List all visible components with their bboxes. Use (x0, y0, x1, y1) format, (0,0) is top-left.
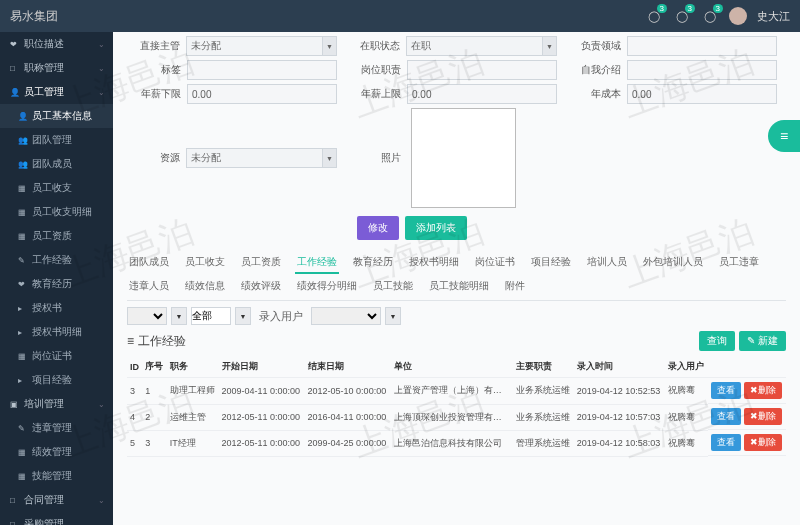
tab-岗位证书[interactable]: 岗位证书 (473, 252, 517, 274)
tab-绩效得分明细[interactable]: 绩效得分明细 (295, 276, 359, 296)
sidebar-item-14[interactable]: ▸项目经验 (0, 368, 113, 392)
chevron-down-icon[interactable]: ▼ (385, 307, 401, 325)
field-label: 照片 (347, 151, 401, 165)
form-group-照片: 照片 (347, 108, 516, 208)
sidebar-item-0[interactable]: ❤职位描述⌄ (0, 32, 113, 56)
notify-icon-2[interactable]: ◯3 (673, 7, 691, 25)
sidebar-label: 员工收支 (32, 181, 72, 195)
tab-附件[interactable]: 附件 (503, 276, 527, 296)
filter-select-1[interactable] (127, 307, 167, 325)
chevron-icon: ⌄ (98, 496, 105, 505)
tab-绩效信息[interactable]: 绩效信息 (183, 276, 227, 296)
chevron-down-icon[interactable]: ▼ (323, 36, 337, 56)
sidebar-icon: ▸ (18, 376, 28, 385)
photo-upload[interactable] (411, 108, 516, 208)
chevron-down-icon[interactable]: ▼ (543, 36, 557, 56)
sidebar-item-1[interactable]: □职称管理⌄ (0, 56, 113, 80)
sidebar-item-6[interactable]: ▦员工收支 (0, 176, 113, 200)
tab-员工资质[interactable]: 员工资质 (239, 252, 283, 274)
tab-培训人员[interactable]: 培训人员 (585, 252, 629, 274)
notify-icon-3[interactable]: ◯3 (701, 7, 719, 25)
modify-button[interactable]: 修改 (357, 216, 399, 240)
sidebar-item-17[interactable]: ▦绩效管理 (0, 440, 113, 464)
chevron-down-icon[interactable]: ▼ (171, 307, 187, 325)
sidebar-item-4[interactable]: 👥团队管理 (0, 128, 113, 152)
view-button[interactable]: 查看 (711, 408, 741, 425)
tab-教育经历[interactable]: 教育经历 (351, 252, 395, 274)
cell-start: 2009-04-11 0:00:00 (219, 378, 305, 405)
form-group-自我介绍: 自我介绍 (567, 60, 777, 80)
field-input[interactable] (187, 60, 337, 80)
tab-员工违章[interactable]: 员工违章 (717, 252, 761, 274)
cell-job: IT经理 (167, 430, 219, 456)
sidebar-item-13[interactable]: ▦岗位证书 (0, 344, 113, 368)
sidebar-item-3[interactable]: 👤员工基本信息 (0, 104, 113, 128)
delete-button[interactable]: ✖删除 (744, 408, 782, 425)
sidebar-item-15[interactable]: ▣培训管理⌄ (0, 392, 113, 416)
chevron-down-icon[interactable]: ▼ (235, 307, 251, 325)
sidebar-item-18[interactable]: ▦技能管理 (0, 464, 113, 488)
col-header: 单位 (391, 356, 513, 378)
field-input[interactable] (627, 36, 777, 56)
col-header: 录入用户 (665, 356, 708, 378)
tab-绩效评级[interactable]: 绩效评级 (239, 276, 283, 296)
topbar: 易水集团 ◯3 ◯3 ◯3 史大江 (0, 0, 800, 32)
tab-团队成员[interactable]: 团队成员 (127, 252, 171, 274)
notify-icon-1[interactable]: ◯3 (645, 7, 663, 25)
tab-授权书明细[interactable]: 授权书明细 (407, 252, 461, 274)
field-input[interactable] (186, 36, 323, 56)
delete-button[interactable]: ✖删除 (744, 382, 782, 399)
cell-user: 祝腾骞 (665, 378, 708, 405)
field-input[interactable] (407, 60, 557, 80)
sidebar-icon: 👤 (10, 88, 20, 97)
tab-违章人员[interactable]: 违章人员 (127, 276, 171, 296)
filter-input-1[interactable] (191, 307, 231, 325)
sidebar-icon: ✎ (18, 256, 28, 265)
field-input[interactable] (406, 36, 543, 56)
tab-外包培训人员[interactable]: 外包培训人员 (641, 252, 705, 274)
delete-button[interactable]: ✖删除 (744, 434, 782, 451)
field-label: 资源 (127, 151, 180, 165)
sidebar-item-2[interactable]: 👤员工管理⌄ (0, 80, 113, 104)
user-name[interactable]: 史大江 (757, 9, 790, 24)
tab-员工技能[interactable]: 员工技能 (371, 276, 415, 296)
cell-job: 运维主管 (167, 404, 219, 430)
sidebar-item-20[interactable]: □采购管理⌄ (0, 512, 113, 525)
sidebar-item-16[interactable]: ✎违章管理 (0, 416, 113, 440)
sidebar-item-9[interactable]: ✎工作经验 (0, 248, 113, 272)
fab-menu-icon[interactable]: ≡ (768, 120, 800, 152)
sidebar-item-12[interactable]: ▸授权书明细 (0, 320, 113, 344)
sidebar-icon: ▦ (18, 208, 28, 217)
view-button[interactable]: 查看 (711, 434, 741, 451)
tab-员工收支[interactable]: 员工收支 (183, 252, 227, 274)
field-input[interactable] (186, 148, 323, 168)
filter-select-2[interactable] (311, 307, 381, 325)
sidebar-item-5[interactable]: 👥团队成员 (0, 152, 113, 176)
field-input[interactable] (407, 84, 557, 104)
filter-row: ▼ ▼ 录入用户 ▼ (127, 307, 786, 325)
tab-项目经验[interactable]: 项目经验 (529, 252, 573, 274)
chevron-down-icon[interactable]: ▼ (323, 148, 337, 168)
chevron-icon: ⌄ (98, 88, 105, 97)
cell-unit: 上海邑泊信息科技有限公司 (391, 430, 513, 456)
add-list-button[interactable]: 添加列表 (405, 216, 467, 240)
sidebar-item-11[interactable]: ▸授权书 (0, 296, 113, 320)
avatar[interactable] (729, 7, 747, 25)
sidebar-item-10[interactable]: ❤教育经历 (0, 272, 113, 296)
new-button[interactable]: ✎ 新建 (739, 331, 786, 351)
query-button[interactable]: 查询 (699, 331, 735, 351)
section-title: ≡ 工作经验 查询 ✎ 新建 (127, 331, 786, 351)
field-input[interactable] (627, 60, 777, 80)
tab-工作经验[interactable]: 工作经验 (295, 252, 339, 274)
field-input[interactable] (187, 84, 337, 104)
cell-seq: 3 (142, 430, 166, 456)
tab-员工技能明细[interactable]: 员工技能明细 (427, 276, 491, 296)
sidebar-label: 员工基本信息 (32, 109, 92, 123)
view-button[interactable]: 查看 (711, 382, 741, 399)
sidebar-item-19[interactable]: □合同管理⌄ (0, 488, 113, 512)
sidebar-item-8[interactable]: ▦员工资质 (0, 224, 113, 248)
table-row: 53IT经理2012-05-11 0:00:002099-04-25 0:00:… (127, 430, 786, 456)
field-input[interactable] (627, 84, 777, 104)
sidebar-icon: ▦ (18, 448, 28, 457)
sidebar-item-7[interactable]: ▦员工收支明细 (0, 200, 113, 224)
